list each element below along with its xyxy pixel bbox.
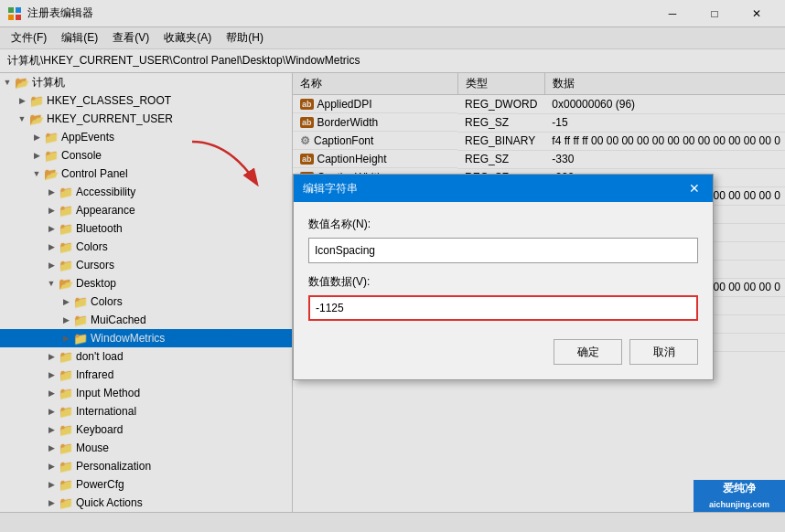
edit-string-dialog: 编辑字符串 ✕ 数值名称(N): 数值数据(V): 确定 取消 bbox=[293, 174, 714, 380]
name-label: 数值名称(N): bbox=[308, 217, 698, 232]
dialog-close-button[interactable]: ✕ bbox=[685, 179, 704, 197]
dialog-overlay: 编辑字符串 ✕ 数值名称(N): 数值数据(V): 确定 取消 bbox=[0, 0, 785, 532]
confirm-button[interactable]: 确定 bbox=[554, 339, 622, 365]
watermark: 爱纯净aichunjing.com bbox=[694, 480, 785, 512]
data-input[interactable] bbox=[308, 295, 698, 321]
dialog-content: 数值名称(N): 数值数据(V): 确定 取消 bbox=[294, 202, 713, 379]
dialog-title-bar: 编辑字符串 ✕ bbox=[294, 175, 713, 202]
cancel-button[interactable]: 取消 bbox=[629, 339, 698, 365]
name-input[interactable] bbox=[308, 238, 698, 263]
dialog-buttons: 确定 取消 bbox=[308, 339, 698, 365]
dialog-title: 编辑字符串 bbox=[303, 181, 685, 197]
data-label: 数值数据(V): bbox=[308, 274, 698, 290]
